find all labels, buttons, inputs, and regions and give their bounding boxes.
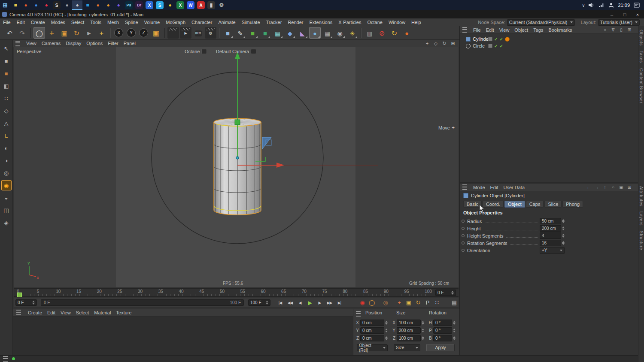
stepper[interactable] <box>562 241 565 245</box>
simulation-3-icon[interactable]: ◎ <box>1 168 12 178</box>
stepper[interactable] <box>385 336 388 340</box>
octane-tag-icon[interactable] <box>505 37 510 42</box>
panel-icon[interactable]: ⊞ <box>627 185 632 190</box>
app-teal-icon[interactable]: ■ <box>82 0 93 10</box>
render-view-button[interactable] <box>167 27 179 39</box>
panel-icon[interactable]: ⊞ <box>627 27 632 32</box>
octane-render-button[interactable]: ● <box>401 27 413 39</box>
points-mode-icon[interactable]: ∷ <box>1 93 12 103</box>
texture-mode-icon[interactable]: ■ <box>1 68 12 78</box>
workplane-lock-icon[interactable]: ◫ <box>1 205 12 215</box>
panel-tab[interactable]: Attributes <box>639 186 644 206</box>
size-input[interactable]: 200 cm <box>397 327 421 334</box>
menubar-item[interactable]: Simulate <box>239 20 263 25</box>
stepper[interactable] <box>32 301 35 305</box>
camera-chip[interactable]: Default Camera <box>216 49 256 54</box>
coordinates-menu-icon[interactable] <box>356 311 361 317</box>
size-input[interactable]: 100 cm <box>397 320 421 326</box>
layer-chip[interactable] <box>488 37 492 41</box>
menubar-item[interactable]: Edit <box>14 20 28 25</box>
menubar-item[interactable]: X-Particles <box>335 20 364 25</box>
object-name[interactable]: Circle <box>473 43 485 48</box>
menubar-item[interactable]: Extensions <box>306 20 335 25</box>
object-manager-menu-item[interactable]: View <box>497 27 512 33</box>
file-explorer-icon[interactable]: ■ <box>10 0 21 10</box>
rotation-input[interactable]: 0 ° <box>433 335 452 341</box>
material-preview-button[interactable]: ▥ <box>364 27 375 39</box>
property-input[interactable]: 4 <box>540 232 561 239</box>
position-input[interactable]: 0 cm <box>360 320 384 326</box>
ruler-frame-input[interactable]: 0 F <box>435 290 456 296</box>
position-input[interactable]: 0 cm <box>360 335 384 341</box>
object-manager-menu-item[interactable]: Tags <box>531 27 546 33</box>
menubar-item[interactable]: Window <box>386 20 408 25</box>
attribute-tab[interactable]: Object <box>504 201 525 208</box>
menubar-item[interactable]: Animate <box>215 20 238 25</box>
model-mode-icon[interactable]: ■ <box>1 56 12 66</box>
playhead-marker[interactable] <box>17 293 22 297</box>
panel-tab[interactable]: Takes <box>639 51 644 63</box>
attribute-manager-menu-item[interactable]: Edit <box>488 185 501 190</box>
apply-button[interactable]: Apply <box>426 344 455 351</box>
app-browser-icon[interactable]: ● <box>21 0 31 10</box>
start-button[interactable]: ⊞ <box>0 0 10 10</box>
workplane-l-icon[interactable]: L <box>1 130 12 141</box>
preview-range-slider[interactable]: 0 F 100 F <box>41 299 244 306</box>
prev-frame-button[interactable]: ◀ <box>295 299 305 307</box>
app-opera-icon[interactable]: ● <box>41 0 52 10</box>
app-cinema4d-icon[interactable]: ● <box>72 0 82 10</box>
property-select[interactable]: +Y <box>540 247 565 254</box>
edges-mode-icon[interactable]: ◇ <box>1 106 12 116</box>
app-media-icon[interactable]: ▮ <box>206 0 216 10</box>
search-icon[interactable]: ○ <box>611 185 616 190</box>
fields-menu[interactable]: ◆ <box>284 27 296 39</box>
back-arrow-icon[interactable]: ← <box>586 185 591 190</box>
node-space-select[interactable]: Current (Standard/Physical) <box>507 19 575 26</box>
stepper[interactable] <box>385 329 388 332</box>
timeline-ruler[interactable]: 0510152025303540455055606570758085909510… <box>14 288 459 297</box>
clone-array-menu[interactable]: ▦ <box>322 27 333 39</box>
property-input[interactable]: 50 cm <box>540 218 561 224</box>
viewport-menu-item[interactable]: Options <box>84 41 105 46</box>
app-yellow-icon[interactable]: ● <box>165 0 175 10</box>
view-label[interactable]: Perspective <box>17 49 41 54</box>
panel-tab[interactable]: Content Browser <box>639 68 644 103</box>
material-menu-item[interactable]: Select <box>73 310 92 315</box>
people-icon[interactable] <box>608 3 614 8</box>
animation-toggle[interactable] <box>462 241 465 244</box>
live-selection-tool[interactable]: ◯ <box>33 27 45 39</box>
modeling-objects-menu[interactable]: ■ <box>259 27 271 39</box>
goto-start-button[interactable]: |◀ <box>275 299 285 307</box>
octane-chip[interactable]: Octane <box>185 49 207 54</box>
record-keyframe-button[interactable]: ◉ <box>358 299 367 307</box>
generators-menu[interactable]: ■ <box>247 27 258 39</box>
app-slack-icon[interactable]: S <box>52 0 62 10</box>
animation-toggle[interactable] <box>462 227 465 230</box>
material-menu-item[interactable]: Create <box>25 310 45 315</box>
menubar-item[interactable]: Octane <box>364 20 385 25</box>
object-manager-menu-item[interactable]: Object <box>512 27 531 33</box>
app-gray-icon[interactable]: ● <box>62 0 72 10</box>
octane-stop-button[interactable]: ⊘ <box>376 27 388 39</box>
stepper[interactable] <box>453 321 456 325</box>
modeling-settings-icon[interactable]: ◈ <box>1 217 12 228</box>
viewport-menu-item[interactable]: Cameras <box>39 41 64 46</box>
app-gitlab-icon[interactable]: ● <box>93 0 103 10</box>
stepper[interactable] <box>562 234 565 238</box>
coordinate-system-button[interactable]: ▣ <box>150 27 162 39</box>
attribute-manager-menu-icon[interactable] <box>462 184 467 190</box>
primitive-object-menu[interactable]: ■ <box>222 27 234 39</box>
property-input[interactable]: 200 cm <box>540 225 561 232</box>
render-picture-viewer-button[interactable]: ▶ <box>180 27 191 39</box>
animation-toggle[interactable] <box>462 249 465 252</box>
camera-menu[interactable]: ◉ <box>334 27 346 39</box>
object-name[interactable]: Cylinder <box>473 36 490 42</box>
animation-toggle[interactable] <box>462 234 465 237</box>
material-menu-icon[interactable] <box>16 310 21 315</box>
menubar-item[interactable]: Modes <box>48 20 68 25</box>
octane-refresh-button[interactable]: ↻ <box>389 27 400 39</box>
last-tool[interactable]: ▶ <box>83 27 95 39</box>
filter-icon[interactable]: ∇ <box>611 27 616 32</box>
simulation-2-icon[interactable]: ◑ <box>1 155 12 166</box>
up-arrow-icon[interactable]: ↑ <box>602 185 608 190</box>
